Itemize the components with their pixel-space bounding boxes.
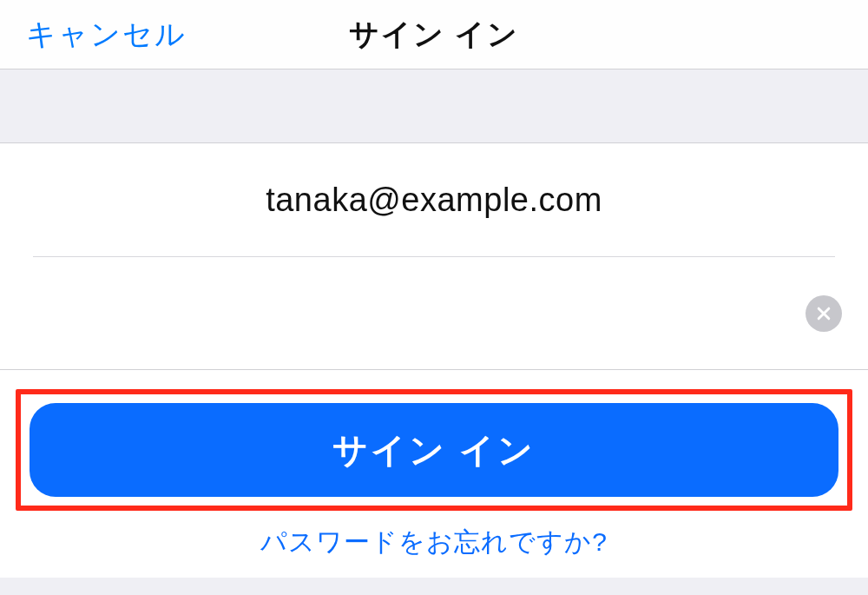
signin-screen: キャンセル サイン イン tanaka@example.com サイン イン パ… <box>0 0 868 578</box>
nav-bar: キャンセル サイン イン <box>0 0 868 69</box>
clear-icon[interactable] <box>806 295 842 332</box>
email-field[interactable]: tanaka@example.com <box>33 182 835 219</box>
email-row[interactable]: tanaka@example.com <box>33 143 835 256</box>
password-row[interactable] <box>33 256 835 369</box>
forgot-area: パスワードをお忘れですか? <box>0 512 868 578</box>
section-gap <box>0 69 868 143</box>
cancel-button[interactable]: キャンセル <box>26 15 187 55</box>
forgot-password-link[interactable]: パスワードをお忘れですか? <box>260 527 608 556</box>
signin-button[interactable]: サイン イン <box>30 403 838 497</box>
signin-form: tanaka@example.com <box>0 143 868 369</box>
highlight-frame: サイン イン <box>16 389 852 511</box>
action-area: サイン イン <box>0 370 868 512</box>
x-icon <box>815 305 832 322</box>
